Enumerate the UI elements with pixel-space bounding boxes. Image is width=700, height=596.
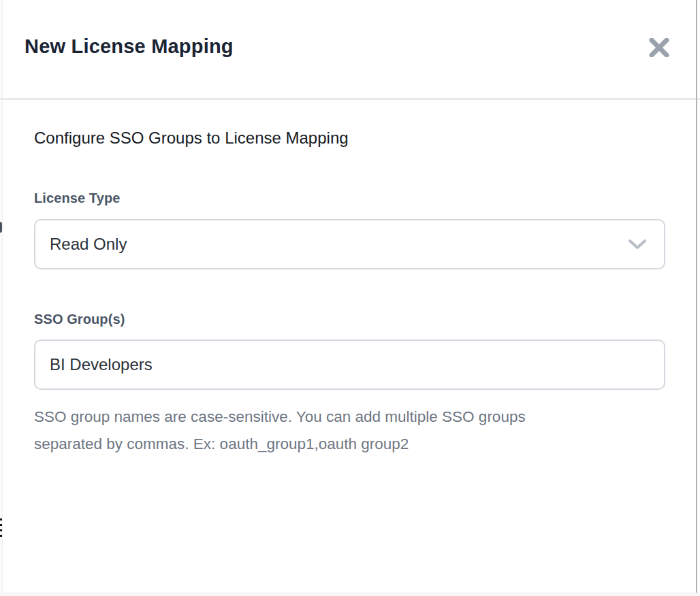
- license-type-value: Read Only: [50, 235, 127, 254]
- sso-groups-helper-line1: SSO group names are case-sensitive. You …: [34, 403, 633, 431]
- sso-groups-helper: SSO group names are case-sensitive. You …: [34, 403, 633, 458]
- dialog-header: New License Mapping: [3, 0, 697, 98]
- dialog-body: Configure SSO Groups to License Mapping …: [3, 100, 697, 458]
- sso-groups-label: SSO Group(s): [34, 312, 665, 327]
- dialog-subtitle: Configure SSO Groups to License Mapping: [34, 127, 665, 149]
- chevron-down-icon: [629, 239, 646, 250]
- dialog-title: New License Mapping: [25, 35, 234, 58]
- sso-groups-input[interactable]: [34, 340, 665, 390]
- new-license-mapping-dialog: New License Mapping Configure SSO Groups…: [3, 0, 697, 596]
- close-button[interactable]: [647, 35, 671, 60]
- bottom-edge-shadow: [0, 593, 700, 596]
- background-list-icon-fragment: [0, 518, 2, 537]
- background-element-fragment: [0, 222, 2, 233]
- modal-right-edge: [696, 0, 697, 596]
- sso-groups-helper-line2: separated by commas. Ex: oauth_group1,oa…: [34, 431, 633, 458]
- license-type-select[interactable]: Read Only: [34, 219, 665, 269]
- close-icon: [649, 38, 669, 57]
- license-type-label: License Type: [34, 191, 665, 206]
